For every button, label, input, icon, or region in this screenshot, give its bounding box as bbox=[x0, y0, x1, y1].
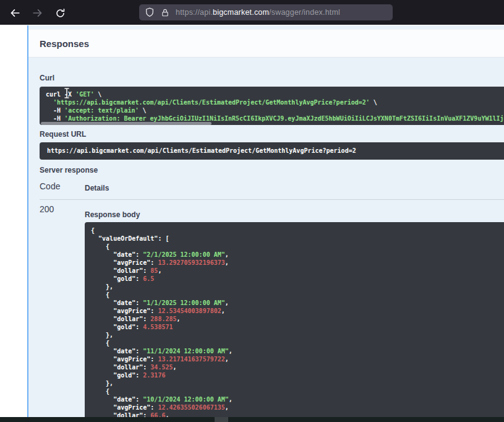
forward-button[interactable] bbox=[30, 5, 46, 21]
code-line: }, bbox=[91, 379, 504, 387]
taskbar-edge bbox=[0, 417, 504, 422]
code-line: { bbox=[91, 226, 504, 235]
browser-toolbar: https://api.bigcmarket.com/swagger/index… bbox=[0, 0, 504, 25]
taskbar-app-button[interactable] bbox=[215, 417, 228, 422]
code-line: "avgPrice": 12.426355026067135, bbox=[91, 403, 504, 411]
code-line: 'https://api.bigcmarket.com/api/Clients/… bbox=[46, 98, 504, 106]
code-line: "dollar": 85, bbox=[91, 267, 504, 275]
url-bar[interactable]: https://api.bigcmarket.com/swagger/index… bbox=[139, 4, 393, 20]
forward-arrow-icon bbox=[32, 7, 43, 19]
lock-icon[interactable] bbox=[161, 8, 169, 17]
details-column-header: Details bbox=[85, 184, 109, 192]
curl-horizontal-scrollbar[interactable] bbox=[41, 122, 211, 125]
table-divider bbox=[40, 199, 504, 200]
code-line: "date": "10/1/2024 12:00:00 AM", bbox=[91, 395, 504, 403]
curl-label: Curl bbox=[40, 74, 54, 82]
code-line: "dollar": 34.525, bbox=[91, 363, 504, 371]
code-line: "dollar": 66.6, bbox=[91, 411, 504, 417]
code-column-header: Code bbox=[40, 181, 60, 191]
swagger-opblock-body: Responses Curl curl -X 'GET' \ 'https://… bbox=[27, 25, 504, 417]
code-line: { bbox=[91, 291, 504, 299]
response-body-label: Response body bbox=[85, 210, 140, 219]
server-response-label: Server response bbox=[40, 166, 98, 174]
status-code: 200 bbox=[40, 204, 54, 214]
code-line: { bbox=[91, 339, 504, 347]
code-line: "date": "2/1/2025 12:00:00 AM", bbox=[91, 251, 504, 259]
code-line: "gold": 6.5 bbox=[91, 275, 504, 283]
code-line: curl -X 'GET' \ bbox=[46, 90, 504, 98]
tracking-shield-icon[interactable] bbox=[145, 7, 155, 17]
code-line: "gold": 2.3176 bbox=[91, 371, 504, 379]
request-url-label: Request URL bbox=[40, 130, 86, 139]
reload-button[interactable] bbox=[52, 5, 68, 21]
code-line: -H 'accept: text/plain' \ bbox=[46, 106, 504, 114]
code-line: "dollar": 288.285, bbox=[91, 315, 504, 323]
reload-icon bbox=[55, 8, 66, 19]
screenshot-root: https://api.bigcmarket.com/swagger/index… bbox=[0, 0, 504, 422]
request-url-block: https://api.bigcmarket.com/api/Clients/E… bbox=[40, 142, 504, 160]
code-line: { bbox=[91, 387, 504, 395]
code-line: }, bbox=[91, 283, 504, 291]
url-path: /swagger/index.html bbox=[269, 8, 340, 17]
code-line: "date": "1/1/2025 12:00:00 AM", bbox=[91, 299, 504, 307]
text-cursor-pointer bbox=[64, 88, 70, 98]
code-line: "avgPrice": 13.292705932196373, bbox=[91, 259, 504, 267]
responses-section-header: Responses bbox=[28, 29, 504, 58]
curl-command-block: curl -X 'GET' \ 'https://api.bigcmarket.… bbox=[40, 87, 504, 125]
code-line: { bbox=[91, 243, 504, 251]
code-line: "valueOrDefault": [ bbox=[91, 235, 504, 243]
url-domain: bigcmarket.com bbox=[213, 8, 269, 17]
request-url-value: https://api.bigcmarket.com/api/Clients/E… bbox=[47, 147, 356, 154]
response-body-block: { "valueOrDefault": [ { "date": "2/1/202… bbox=[85, 222, 504, 417]
code-line: "avgPrice": 13.217141637579722, bbox=[91, 355, 504, 363]
url-scheme: https://api. bbox=[176, 8, 213, 17]
code-line: "avgPrice": 12.53454003897802, bbox=[91, 307, 504, 315]
responses-title: Responses bbox=[40, 38, 89, 49]
back-button[interactable] bbox=[7, 5, 23, 21]
address-text: https://api.bigcmarket.com/swagger/index… bbox=[176, 8, 340, 17]
code-line: "date": "11/1/2024 12:00:00 AM", bbox=[91, 347, 504, 355]
code-line: }, bbox=[91, 331, 504, 339]
back-arrow-icon bbox=[9, 7, 20, 19]
code-line: "gold": 4.538571 bbox=[91, 323, 504, 331]
